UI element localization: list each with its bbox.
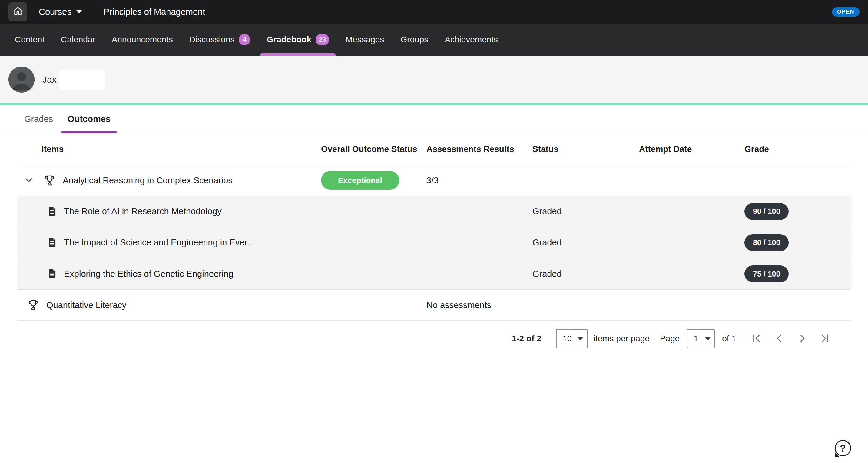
page-number-select[interactable]: 1 xyxy=(687,329,715,348)
chevron-right-icon xyxy=(797,333,808,345)
nav-item-label: Content xyxy=(15,35,44,44)
home-button[interactable] xyxy=(8,2,27,21)
grade-cell: 90 / 100 xyxy=(744,203,851,220)
nav-item-label: Calendar xyxy=(61,35,95,44)
outcome-items-cell: Quantitative Literacy xyxy=(17,299,321,311)
tab-outcomes[interactable]: Outcomes xyxy=(67,105,111,133)
nav-item-achievements[interactable]: Achievements xyxy=(436,24,506,56)
page-number-value: 1 xyxy=(687,330,701,348)
nav-item-gradebook[interactable]: Gradebook 23 xyxy=(258,24,337,56)
home-icon xyxy=(12,5,24,18)
assessment-row: The Role of AI in Research Methodology G… xyxy=(17,196,851,227)
pagination-bar: 1-2 of 2 10 items per page Page 1 of 1 xyxy=(17,321,851,357)
nav-item-label: Gradebook xyxy=(267,35,311,44)
nav-item-discussions[interactable]: Discussions 4 xyxy=(181,24,258,56)
items-per-page-value: 10 xyxy=(557,330,574,348)
assessment-title: Exploring the Ethics of Genetic Engineer… xyxy=(64,269,233,279)
overall-status-cell: Exceptional xyxy=(321,171,427,190)
outcome-items-cell: Analytical Reasoning in Complex Scenario… xyxy=(17,174,321,187)
nav-item-label: Achievements xyxy=(444,35,498,44)
items-per-page-select[interactable]: 10 xyxy=(556,329,588,348)
assessments-results-cell: No assessments xyxy=(427,300,532,310)
column-header-status: Status xyxy=(532,144,639,154)
grade-badge: 75 / 100 xyxy=(744,265,789,282)
last-page-button[interactable] xyxy=(818,332,832,345)
nav-item-label: Discussions xyxy=(189,35,235,44)
column-header-overall-outcome-status: Overall Outcome Status xyxy=(321,144,427,154)
page-label: Page xyxy=(660,334,680,343)
course-title: Principles of Management xyxy=(103,7,205,17)
outcome-status-badge: Exceptional xyxy=(321,171,399,190)
learner-name: Jax xyxy=(42,74,57,85)
course-navbar: Content Calendar Announcements Discussio… xyxy=(0,24,868,56)
outcomes-table: Items Overall Outcome Status Assessments… xyxy=(17,133,851,357)
nav-item-label: Messages xyxy=(346,35,384,44)
previous-page-button[interactable] xyxy=(773,332,786,345)
learner-header: Jax xyxy=(0,56,868,103)
pagination-range: 1-2 of 2 xyxy=(512,334,541,343)
gradebook-tabs: Grades Outcomes xyxy=(0,105,868,133)
assessments-results-cell: 3/3 xyxy=(427,175,532,186)
outcome-title: Quantitative Literacy xyxy=(46,300,126,310)
column-header-attempt-date: Attempt Date xyxy=(639,144,744,154)
assessment-items-cell: The Impact of Science and Engineering in… xyxy=(17,237,321,249)
column-header-items: Items xyxy=(17,144,321,154)
column-header-assessments-results: Assessments Results xyxy=(427,144,532,154)
items-per-page-label: items per page xyxy=(594,334,650,343)
column-header-grade: Grade xyxy=(744,144,851,154)
grade-badge: 80 / 100 xyxy=(744,234,789,251)
chevron-down-icon xyxy=(24,175,34,186)
next-page-button[interactable] xyxy=(796,332,809,345)
courses-dropdown[interactable]: Courses xyxy=(39,7,82,17)
grade-cell: 80 / 100 xyxy=(744,234,851,251)
outcome-group-row: Analytical Reasoning in Complex Scenario… xyxy=(17,165,851,196)
assessment-title: The Impact of Science and Engineering in… xyxy=(64,237,254,247)
nav-item-content[interactable]: Content xyxy=(7,24,53,56)
page-count-label: of 1 xyxy=(722,334,736,343)
nav-item-label: Announcements xyxy=(112,35,173,44)
gradebook-count-badge: 23 xyxy=(316,34,329,45)
nav-item-messages[interactable]: Messages xyxy=(337,24,393,56)
collapse-outcome-button[interactable] xyxy=(22,174,35,187)
status-cell: Graded xyxy=(532,269,639,279)
chevron-down-icon xyxy=(701,330,714,348)
document-icon xyxy=(46,268,58,279)
outcome-trophy-icon xyxy=(43,174,56,187)
open-status-badge: OPEN xyxy=(832,7,860,16)
nav-item-announcements[interactable]: Announcements xyxy=(103,24,181,56)
status-cell: Graded xyxy=(532,237,639,247)
tab-grades[interactable]: Grades xyxy=(24,105,53,133)
outcome-title: Analytical Reasoning in Complex Scenario… xyxy=(63,175,232,186)
nav-item-groups[interactable]: Groups xyxy=(392,24,436,56)
discussions-count-badge: 4 xyxy=(239,34,250,45)
top-bar: Courses Principles of Management OPEN xyxy=(0,0,868,24)
avatar xyxy=(8,67,34,93)
first-page-icon xyxy=(751,333,762,345)
grade-cell: 75 / 100 xyxy=(744,265,851,282)
table-header-row: Items Overall Outcome Status Assessments… xyxy=(17,133,851,165)
grade-badge: 90 / 100 xyxy=(744,203,789,220)
document-icon xyxy=(46,237,58,249)
accent-divider xyxy=(0,103,868,105)
chevron-left-icon xyxy=(774,333,785,345)
nav-item-label: Groups xyxy=(400,35,428,44)
courses-dropdown-label: Courses xyxy=(39,7,71,17)
assessment-row: The Impact of Science and Engineering in… xyxy=(17,227,851,258)
document-icon xyxy=(46,206,58,217)
assessment-items-cell: Exploring the Ethics of Genetic Engineer… xyxy=(17,268,321,279)
last-page-icon xyxy=(820,333,831,345)
assessment-row: Exploring the Ethics of Genetic Engineer… xyxy=(17,258,851,290)
first-page-button[interactable] xyxy=(750,332,763,345)
chevron-down-icon xyxy=(76,10,82,13)
outcome-trophy-icon xyxy=(27,299,40,311)
outcome-group-row: Quantitative Literacy No assessments xyxy=(17,290,851,321)
assessment-items-cell: The Role of AI in Research Methodology xyxy=(17,206,321,217)
chevron-down-icon xyxy=(574,330,587,348)
nav-item-calendar[interactable]: Calendar xyxy=(53,24,103,56)
help-button[interactable]: ? xyxy=(835,440,851,456)
tab-label: Grades xyxy=(24,114,53,124)
tab-label: Outcomes xyxy=(67,114,111,124)
assessment-title: The Role of AI in Research Methodology xyxy=(64,206,222,217)
help-icon: ? xyxy=(840,443,846,454)
status-cell: Graded xyxy=(532,206,639,217)
